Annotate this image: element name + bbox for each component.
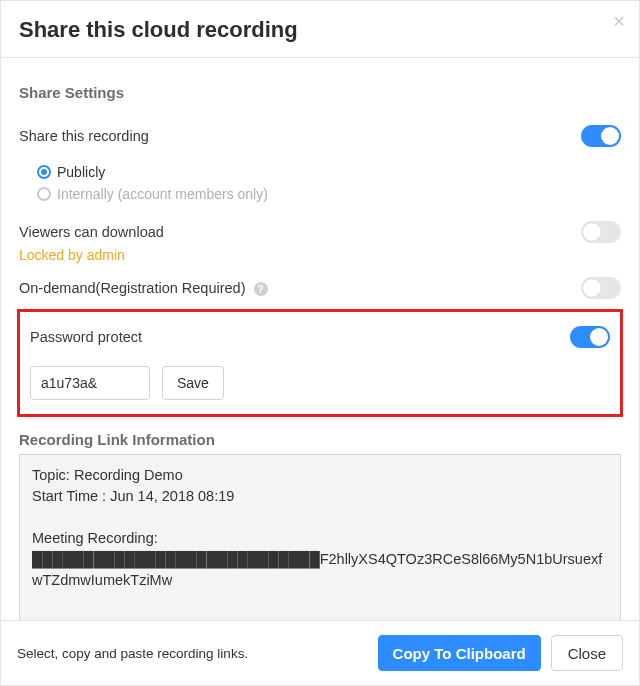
on-demand-row: On-demand(Registration Required) ? xyxy=(19,271,621,305)
share-publicly-label: Publicly xyxy=(57,164,105,180)
share-recording-row: Share this recording xyxy=(19,119,621,153)
viewers-download-label: Viewers can download xyxy=(19,224,164,240)
viewers-download-toggle[interactable] xyxy=(581,221,621,243)
share-internally-label: Internally (account members only) xyxy=(57,186,268,202)
save-password-button[interactable]: Save xyxy=(162,366,224,400)
share-scope-options: Publicly Internally (account members onl… xyxy=(19,153,621,215)
radio-selected-icon xyxy=(37,165,51,179)
viewers-download-row: Viewers can download xyxy=(19,215,621,249)
modal-body: Share Settings Share this recording Publ… xyxy=(1,58,639,620)
modal-header: Share this cloud recording × xyxy=(1,1,639,58)
recording-link-info-heading: Recording Link Information xyxy=(19,431,621,448)
password-protect-toggle[interactable] xyxy=(570,326,610,348)
close-icon[interactable]: × xyxy=(613,11,625,31)
share-internally-option[interactable]: Internally (account members only) xyxy=(37,183,621,205)
share-recording-toggle[interactable] xyxy=(581,125,621,147)
footer-actions: Copy To Clipboard Close xyxy=(378,635,623,671)
recording-link-textarea[interactable] xyxy=(19,454,621,620)
password-protect-highlight: Password protect Save xyxy=(17,309,623,417)
help-icon[interactable]: ? xyxy=(254,282,268,296)
modal-title: Share this cloud recording xyxy=(19,17,621,43)
password-controls: Save xyxy=(30,366,610,400)
modal-footer: Select, copy and paste recording links. … xyxy=(1,620,639,685)
share-publicly-option[interactable]: Publicly xyxy=(37,161,621,183)
password-protect-label: Password protect xyxy=(30,329,142,345)
password-input[interactable] xyxy=(30,366,150,400)
footer-hint: Select, copy and paste recording links. xyxy=(17,646,248,661)
on-demand-label: On-demand(Registration Required) ? xyxy=(19,280,268,296)
password-protect-row: Password protect xyxy=(30,320,610,354)
share-recording-modal: Share this cloud recording × Share Setti… xyxy=(0,0,640,686)
radio-unselected-icon xyxy=(37,187,51,201)
share-settings-heading: Share Settings xyxy=(19,84,621,101)
locked-by-admin-text: Locked by admin xyxy=(19,247,621,263)
copy-to-clipboard-button[interactable]: Copy To Clipboard xyxy=(378,635,541,671)
share-recording-label: Share this recording xyxy=(19,128,149,144)
close-button[interactable]: Close xyxy=(551,635,623,671)
on-demand-toggle[interactable] xyxy=(581,277,621,299)
